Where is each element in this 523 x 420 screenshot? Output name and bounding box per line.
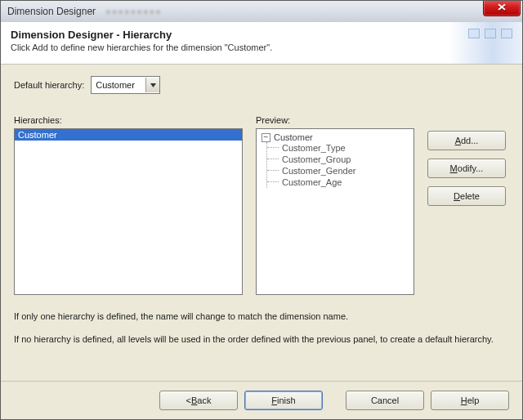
tree-child-label: Customer_Type [282,143,346,153]
hierarchies-column: Hierarchies: Customer [14,115,243,295]
side-buttons: Add... Modify... Delete [427,115,498,295]
page-title: Dimension Designer - Hierarchy [11,29,512,41]
tree-child-label: Customer_Group [282,154,351,164]
tree-child[interactable]: Customer_Gender [267,165,412,176]
finish-button[interactable]: Finish [244,391,323,410]
tree-child[interactable]: Customer_Group [267,154,412,165]
help-button[interactable]: Help [431,391,509,410]
select-dropdown-button[interactable] [145,78,159,92]
hint-line-2: If no hierarchy is defined, all levels w… [14,333,509,347]
mid-section: Hierarchies: Customer Preview: − Custome… [14,115,509,295]
titlebar: Dimension Designer ■■■■■■■■■ ✕ [1,1,522,22]
dialog-header: Dimension Designer - Hierarchy Click Add… [1,22,522,65]
modify-button[interactable]: Modify... [427,159,506,178]
default-hierarchy-label: Default hierarchy: [14,80,84,90]
preview-column: Preview: − Customer Customer_Type Custom… [256,115,414,295]
content-area: Default hierarchy: Customer Hierarchies:… [1,65,522,346]
list-item[interactable]: Customer [15,129,242,141]
tree-child-label: Customer_Age [282,177,342,187]
default-hierarchy-row: Default hierarchy: Customer [14,76,509,94]
tree-child[interactable]: Customer_Age [267,176,412,188]
page-subtitle: Click Add to define new hierarchies for … [11,42,512,52]
chevron-down-icon [150,83,156,87]
preview-label: Preview: [256,115,414,125]
hierarchies-listbox[interactable]: Customer [14,128,243,295]
bottom-bar: < Back Finish Cancel Help [1,381,522,419]
add-button[interactable]: Add... [427,131,506,150]
window-title: Dimension Designer [7,6,96,17]
dialog-window: Dimension Designer ■■■■■■■■■ ✕ Dimension… [0,0,523,420]
delete-button[interactable]: Delete [427,186,506,206]
hint-line-1: If only one hierarchy is defined, the na… [14,310,509,324]
default-hierarchy-value: Customer [96,80,145,90]
close-button[interactable]: ✕ [483,0,521,16]
tree-child[interactable]: Customer_Type [267,142,412,154]
hints: If only one hierarchy is defined, the na… [14,310,509,346]
hierarchies-label: Hierarchies: [14,115,243,125]
preview-tree[interactable]: − Customer Customer_Type Customer_Group … [256,128,414,295]
header-decoration [468,29,512,38]
titlebar-blurred-text: ■■■■■■■■■ [105,7,162,16]
tree-root-label: Customer [274,132,313,142]
close-icon: ✕ [497,2,507,12]
cancel-button[interactable]: Cancel [346,391,424,410]
tree-children: Customer_Type Customer_Group Customer_Ge… [266,142,412,188]
tree-root[interactable]: − Customer [262,132,412,142]
back-button[interactable]: < Back [159,391,238,410]
tree: − Customer Customer_Type Customer_Group … [257,129,413,191]
tree-child-label: Customer_Gender [282,166,356,176]
default-hierarchy-select[interactable]: Customer [91,76,160,94]
collapse-icon[interactable]: − [262,133,270,142]
